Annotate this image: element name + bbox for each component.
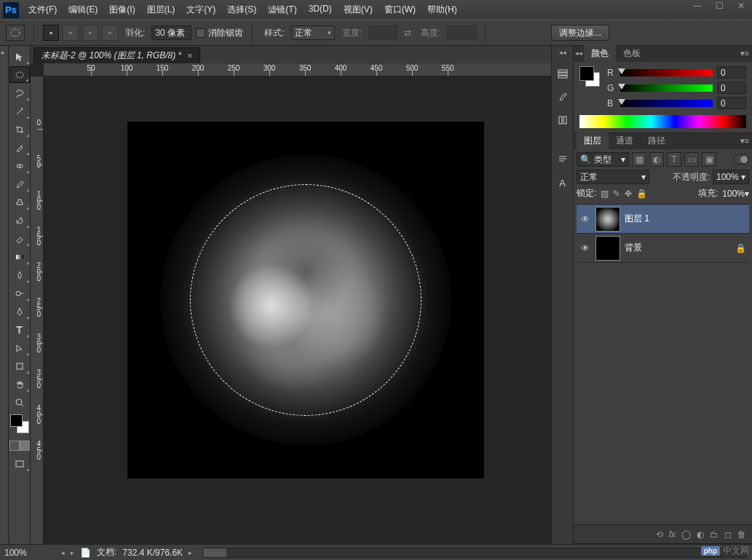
lock-all-icon[interactable]: 🔒 xyxy=(636,189,647,199)
feather-input[interactable] xyxy=(151,25,191,40)
zoom-value[interactable]: 100% xyxy=(4,548,55,558)
color-swatch[interactable] xyxy=(579,66,600,87)
menu-layer[interactable]: 图层(L) xyxy=(142,1,181,18)
brush-panel-icon[interactable] xyxy=(554,88,571,106)
close-tab-icon[interactable]: × xyxy=(187,51,192,61)
layer-fx-icon[interactable]: fx xyxy=(669,529,676,540)
hand-tool[interactable] xyxy=(9,376,30,393)
menu-type[interactable]: 文字(Y) xyxy=(181,1,221,18)
brush-presets-panel-icon[interactable] xyxy=(554,111,571,129)
r-slider[interactable] xyxy=(620,69,713,76)
panel-menu-icon[interactable]: ▾≡ xyxy=(740,49,749,58)
tool-preset-picker[interactable] xyxy=(6,25,25,41)
channels-tab[interactable]: 通道 xyxy=(609,133,641,149)
layer-mask-icon[interactable]: ◯ xyxy=(681,529,691,540)
swatches-tab[interactable]: 色板 xyxy=(616,45,648,62)
healing-tool[interactable] xyxy=(9,157,30,174)
scrollbar-thumb[interactable] xyxy=(203,548,226,557)
filter-pixel-icon[interactable]: ▦ xyxy=(632,152,646,167)
subtract-selection-icon[interactable]: ▫ xyxy=(82,25,98,41)
intersect-selection-icon[interactable]: ▫ xyxy=(102,25,118,41)
blur-tool[interactable] xyxy=(9,267,30,283)
pen-tool[interactable] xyxy=(9,303,30,320)
dodge-tool[interactable] xyxy=(9,285,30,301)
lock-pixels-icon[interactable]: ✎ xyxy=(613,189,620,199)
layer-thumbnail[interactable] xyxy=(595,236,620,261)
zoom-tool[interactable] xyxy=(9,394,30,411)
layer-item[interactable]: 👁 图层 1 xyxy=(577,205,749,234)
layer-group-icon[interactable]: 🗀 xyxy=(710,529,719,540)
left-dock-strip[interactable]: ▸ xyxy=(0,46,9,544)
eraser-tool[interactable] xyxy=(9,230,30,247)
collapse-icon[interactable]: ◂◂ xyxy=(575,50,582,57)
close-button[interactable]: ✕ xyxy=(730,0,752,13)
horizontal-scrollbar[interactable] xyxy=(202,548,748,558)
minimize-button[interactable]: — xyxy=(686,0,708,13)
lock-transparent-icon[interactable]: ▨ xyxy=(601,189,609,199)
visibility-icon[interactable]: 👁 xyxy=(579,214,591,224)
menu-file[interactable]: 文件(F) xyxy=(23,1,62,18)
crop-tool[interactable] xyxy=(9,121,30,138)
layer-item[interactable]: 👁 背景 🔒 xyxy=(577,234,749,263)
paragraph-panel-icon[interactable] xyxy=(554,151,571,168)
document-tab[interactable]: 未标题-2 @ 100% (图层 1, RGB/8) * × xyxy=(33,47,200,63)
delete-layer-icon[interactable]: 🗑 xyxy=(737,529,746,540)
quickmask-mode-icon[interactable] xyxy=(20,441,30,451)
zoom-left-icon[interactable]: ◂ xyxy=(61,549,65,556)
filter-kind-dropdown[interactable]: 🔍类型▾ xyxy=(577,152,629,167)
standard-mode-icon[interactable] xyxy=(9,441,20,451)
link-layers-icon[interactable]: ⟲ xyxy=(656,529,663,540)
menu-3d[interactable]: 3D(D) xyxy=(304,1,337,18)
history-panel-icon[interactable] xyxy=(554,65,571,82)
color-tab[interactable]: 颜色 xyxy=(584,45,616,62)
history-brush-tool[interactable] xyxy=(9,212,30,229)
r-input[interactable] xyxy=(717,66,746,79)
b-slider[interactable] xyxy=(620,100,713,107)
layers-tab[interactable]: 图层 xyxy=(577,133,609,149)
opacity-input[interactable]: 100%▾ xyxy=(713,170,749,184)
menu-view[interactable]: 视图(V) xyxy=(339,1,378,18)
new-layer-icon[interactable]: ◻ xyxy=(724,529,732,540)
menu-select[interactable]: 选择(S) xyxy=(222,1,261,18)
stamp-tool[interactable] xyxy=(9,194,30,210)
menu-edit[interactable]: 编辑(E) xyxy=(63,1,103,18)
zoom-right-icon[interactable]: ▸ xyxy=(71,549,74,556)
filter-smart-icon[interactable]: ▣ xyxy=(702,152,716,167)
marquee-tool[interactable] xyxy=(9,66,30,83)
g-slider[interactable] xyxy=(620,84,713,92)
layer-name[interactable]: 背景 xyxy=(625,242,731,254)
blend-mode-dropdown[interactable]: 正常▾ xyxy=(577,170,649,184)
character-panel-icon[interactable]: A xyxy=(554,174,571,192)
menu-image[interactable]: 图像(I) xyxy=(104,1,140,18)
brush-tool[interactable] xyxy=(9,176,30,192)
screen-mode-tool[interactable] xyxy=(9,455,30,472)
menu-filter[interactable]: 滤镜(T) xyxy=(263,1,301,18)
path-select-tool[interactable] xyxy=(9,339,30,356)
panel-menu-icon[interactable]: ▾≡ xyxy=(740,136,749,146)
lock-position-icon[interactable]: ✥ xyxy=(625,189,632,199)
filter-toggle[interactable] xyxy=(733,154,749,165)
color-spectrum[interactable] xyxy=(579,115,746,128)
status-menu-icon[interactable]: ▸ xyxy=(189,549,192,556)
color-swatches[interactable] xyxy=(10,414,29,433)
layer-thumbnail[interactable] xyxy=(595,207,620,232)
move-tool[interactable] xyxy=(9,48,30,65)
fill-input[interactable]: 100%▾ xyxy=(722,189,749,199)
shape-tool[interactable] xyxy=(9,358,30,374)
fg-color-swatch[interactable] xyxy=(10,414,23,427)
b-input[interactable] xyxy=(717,97,746,109)
visibility-icon[interactable]: 👁 xyxy=(579,243,591,253)
refine-edge-button[interactable]: 调整边缘... xyxy=(551,25,609,41)
maximize-button[interactable]: ☐ xyxy=(708,0,730,13)
lasso-tool[interactable] xyxy=(9,84,30,101)
filter-shape-icon[interactable]: ▭ xyxy=(684,152,699,167)
layer-name[interactable]: 图层 1 xyxy=(625,213,746,225)
paths-tab[interactable]: 路径 xyxy=(641,133,673,149)
menu-help[interactable]: 帮助(H) xyxy=(422,1,462,18)
expand-dock-icon[interactable]: ◂◂ xyxy=(559,49,566,56)
eyedropper-tool[interactable] xyxy=(9,139,30,156)
filter-text-icon[interactable]: T xyxy=(667,152,681,167)
filter-adjust-icon[interactable]: ◐ xyxy=(649,152,664,167)
antialias-checkbox[interactable]: 消除锯齿 xyxy=(196,27,243,39)
magic-wand-tool[interactable] xyxy=(9,103,30,119)
